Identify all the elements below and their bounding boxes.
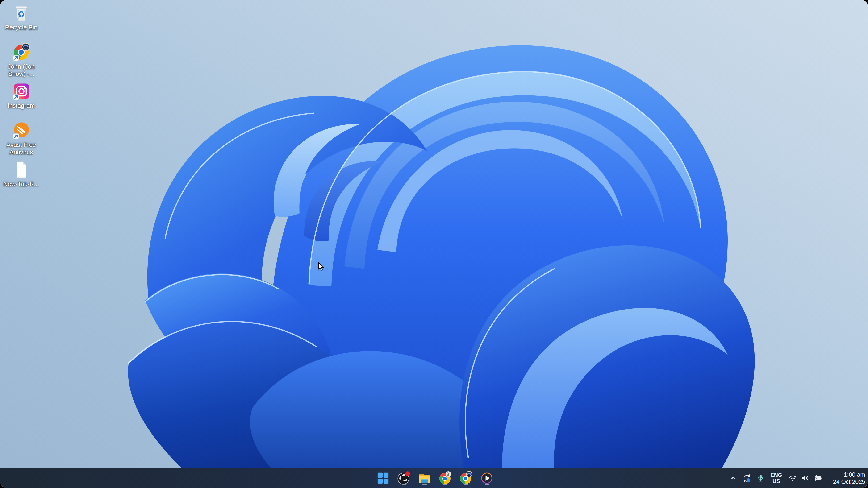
sync-blue-dot [747,478,750,482]
desktop-icon-label: John (Jon Snow) -... [3,63,40,77]
windows-start-icon [377,472,390,484]
chevron-up-icon [729,474,737,482]
tray-microphone-in-use-button[interactable] [756,471,766,485]
chrome-profile-2-icon [459,471,473,485]
language-line2: US [772,478,780,484]
bloom-wallpaper-art [0,0,868,488]
start-button[interactable] [375,470,391,486]
battery-charging-icon [813,474,823,482]
taskbar-chrome-profile-2-button[interactable] [459,470,474,486]
speaker-icon [801,474,809,482]
tray-quick-settings-button[interactable] [787,471,824,485]
svg-text:♻: ♻ [18,9,25,19]
tray-show-hidden-icons-button[interactable] [728,471,738,485]
windows-desktop: ♻ Recycle Bin [0,0,868,488]
desktop-icon-avast[interactable]: Avast Free Antivirus [1,120,41,159]
clock-time: 1:00 am [844,471,865,478]
desktop-icon-label: Recycle Bin [5,24,37,31]
desktop-icon-label: Instagram [7,102,35,109]
running-indicator [485,484,489,485]
taskbar-file-explorer-button[interactable] [417,470,432,486]
microphone-icon [756,474,765,482]
language-line1: ENG [770,472,782,478]
wifi-icon [788,474,797,482]
recycle-bin-icon: ♻ [11,3,31,23]
desktop-icon-instagram[interactable]: Instagram [1,80,41,120]
clock-date: 24 Oct 2025 [833,478,865,485]
media-player-icon [480,471,494,485]
tray-sync-status-button[interactable] [742,471,752,485]
desktop-icon-column: ♻ Recycle Bin [1,2,41,198]
desktop-icon-label: Avast Free Antivirus [3,141,40,156]
taskbar-center-apps [375,468,494,488]
taskbar-media-player-button[interactable] [479,470,494,486]
document-icon [11,160,31,180]
desktop-wallpaper [0,0,868,488]
file-explorer-icon [418,471,431,485]
chrome-profile-icon [11,42,31,62]
tray-clock[interactable]: 1:00 am 24 Oct 2025 [828,471,865,485]
taskbar: ENG US [0,468,868,488]
desktop-icon-new-tab-document[interactable]: New-Tab-R... [1,159,41,198]
obs-studio-icon [397,471,411,485]
running-indicator [443,484,447,485]
desktop-icon-recycle-bin[interactable]: ♻ Recycle Bin [1,2,41,41]
instagram-icon [11,82,31,101]
chrome-profile-1-icon [438,471,452,485]
avast-icon [11,121,31,140]
running-indicator [423,484,427,485]
system-tray: ENG US [728,468,865,488]
taskbar-chrome-profile-1-button[interactable] [438,470,453,486]
tray-language-switcher[interactable]: ENG US [769,471,783,485]
running-indicator [464,484,468,485]
desktop-icon-chrome-profile[interactable]: John (Jon Snow) -... [1,41,41,80]
desktop-icon-label: New-Tab-R... [3,181,39,188]
running-indicator [402,484,406,485]
taskbar-obs-studio-button[interactable] [396,470,411,486]
sync-arrows-icon [742,474,752,483]
obs-notification-badge [405,471,410,476]
